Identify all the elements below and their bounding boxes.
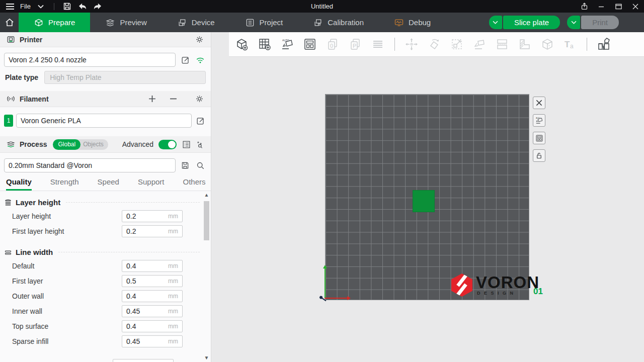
split-icon	[494, 36, 510, 52]
svg-text:P: P	[353, 43, 356, 49]
viewport-3d[interactable]: AUTO 0 P	[211, 32, 644, 362]
tab-preview[interactable]: Preview	[90, 13, 162, 32]
file-menu[interactable]: File	[20, 3, 31, 10]
tab-others[interactable]: Others	[183, 177, 206, 191]
redo-icon[interactable]	[93, 2, 103, 11]
filament-section-title: Filament	[20, 95, 49, 103]
search-icon[interactable]	[195, 160, 206, 171]
tab-calibration[interactable]: Calibration	[298, 13, 379, 32]
line-width-group-header: Line width	[4, 248, 200, 256]
orient-plate-button[interactable]: AUTO	[533, 114, 545, 127]
plate-type-select[interactable]: High Temp Plate	[44, 71, 206, 84]
print-button[interactable]: Print	[581, 16, 619, 29]
setting-row-default: Default 0.4 mm	[0, 258, 202, 274]
save-icon[interactable]	[62, 2, 72, 11]
prepare-cube-icon	[34, 18, 44, 28]
tab-project-label: Project	[260, 18, 283, 27]
plate-number-label[interactable]: 01	[533, 287, 543, 297]
tab-support[interactable]: Support	[138, 177, 165, 191]
layer-height-input[interactable]: 0.2 mm	[122, 210, 183, 222]
scroll-down-arrow[interactable]: ▼	[203, 354, 210, 362]
build-plate[interactable]: VORON DESIGN	[325, 94, 529, 300]
tab-strength[interactable]: Strength	[50, 177, 79, 191]
model-cube[interactable]	[413, 191, 434, 212]
undo-icon[interactable]	[77, 2, 88, 11]
process-scope-toggle[interactable]: Global Objects	[53, 139, 108, 150]
settings-list-icon[interactable]	[181, 139, 192, 150]
filament-icon	[6, 94, 16, 104]
preview-layers-icon	[105, 18, 115, 28]
lay-on-face-icon	[471, 36, 488, 52]
setting-row-layer-height: Layer height 0.2 mm	[0, 209, 202, 224]
add-plate-icon[interactable]	[257, 36, 273, 52]
plate-tools: AUTO	[533, 97, 545, 162]
advanced-toggle[interactable]	[158, 140, 177, 149]
assembly-icon[interactable]	[596, 36, 612, 52]
line-width-inner-wall-input[interactable]: 0.45 mm	[122, 305, 183, 317]
window-titlebar: File Untitled	[0, 0, 644, 13]
lock-plate-button[interactable]	[533, 149, 545, 162]
arrange-icon[interactable]	[302, 36, 318, 52]
filament-preset-input[interactable]	[16, 114, 192, 128]
add-object-icon[interactable]	[234, 36, 250, 52]
svg-text:a: a	[570, 43, 574, 50]
tab-quality[interactable]: Quality	[6, 177, 32, 191]
main-tabbar: Prepare Preview Device Project Calibrati…	[0, 13, 644, 32]
hamburger-menu-icon[interactable]	[5, 2, 15, 11]
auto-orient-icon[interactable]: AUTO	[279, 36, 295, 52]
line-width-top-surface-input[interactable]: 0.4 mm	[122, 320, 183, 332]
minimize-button[interactable]	[593, 0, 610, 13]
maximize-button[interactable]	[610, 0, 627, 13]
rotate-icon	[426, 36, 442, 52]
parameter-search-icon[interactable]	[194, 139, 205, 150]
filament-settings-gear-icon[interactable]	[194, 94, 205, 105]
chevron-down-icon[interactable]	[36, 2, 46, 11]
tab-prepare-label: Prepare	[48, 18, 75, 27]
arrange-plate-button[interactable]	[533, 132, 545, 144]
printer-section-header: Printer	[0, 32, 211, 47]
close-button[interactable]	[627, 0, 644, 13]
scope-global[interactable]: Global	[53, 139, 80, 150]
copy-icon: 0	[325, 36, 341, 52]
scroll-up-arrow[interactable]: ▲	[203, 191, 210, 199]
line-width-default-input[interactable]: 0.4 mm	[122, 260, 183, 272]
voron-logo-subtitle: DESIGN	[476, 291, 539, 296]
layers-icon	[370, 36, 386, 52]
first-layer-height-input[interactable]: 0.2 mm	[122, 225, 183, 237]
home-button[interactable]	[0, 13, 19, 32]
remove-filament-button[interactable]	[168, 94, 179, 105]
layer-height-group-icon	[4, 199, 12, 207]
line-width-first-layer-input[interactable]: 0.5 mm	[122, 275, 183, 287]
process-preset-input[interactable]	[4, 158, 176, 172]
tab-prepare[interactable]: Prepare	[19, 13, 90, 32]
slice-plate-button[interactable]: Slice plate	[503, 16, 560, 29]
sidebar: Printer Plate type High Temp Plate Filam	[0, 32, 211, 362]
filament-edit-icon[interactable]	[195, 115, 206, 126]
tab-speed[interactable]: Speed	[98, 177, 119, 191]
line-width-outer-wall-input[interactable]: 0.4 mm	[122, 290, 183, 302]
line-width-sparse-infill-input[interactable]: 0.45 mm	[122, 335, 183, 347]
delete-plate-button[interactable]	[533, 97, 545, 109]
printer-section-title: Printer	[20, 36, 42, 44]
voron-logo-title: VORON	[476, 275, 539, 290]
printer-edit-icon[interactable]	[180, 54, 191, 65]
tab-debug[interactable]: Debug	[379, 13, 446, 32]
printer-preset-input[interactable]	[4, 53, 176, 67]
print-dropdown-button[interactable]	[567, 16, 580, 29]
share-icon[interactable]	[576, 0, 593, 13]
slice-dropdown-button[interactable]	[489, 16, 502, 29]
filament-section-header: Filament	[0, 91, 211, 107]
scope-objects[interactable]: Objects	[80, 141, 108, 148]
add-filament-button[interactable]	[146, 94, 157, 105]
scrollbar-thumb[interactable]	[204, 201, 209, 240]
filament-slot-badge[interactable]: 1	[4, 115, 13, 127]
printer-settings-gear-icon[interactable]	[194, 34, 205, 45]
setting-row-first-layer-height: First layer height 0.2 mm	[0, 224, 202, 239]
sidebar-scrollbar[interactable]: ▲ ▼	[203, 191, 210, 362]
toolbar-divider-2	[587, 38, 587, 51]
setting-row-sparse-infill: Sparse infill 0.45 mm	[0, 334, 202, 349]
tab-device[interactable]: Device	[162, 13, 230, 32]
process-tab-strip: Quality Strength Speed Support Others	[0, 172, 211, 191]
tab-project[interactable]: Project	[230, 13, 298, 32]
save-preset-icon[interactable]	[180, 160, 191, 171]
